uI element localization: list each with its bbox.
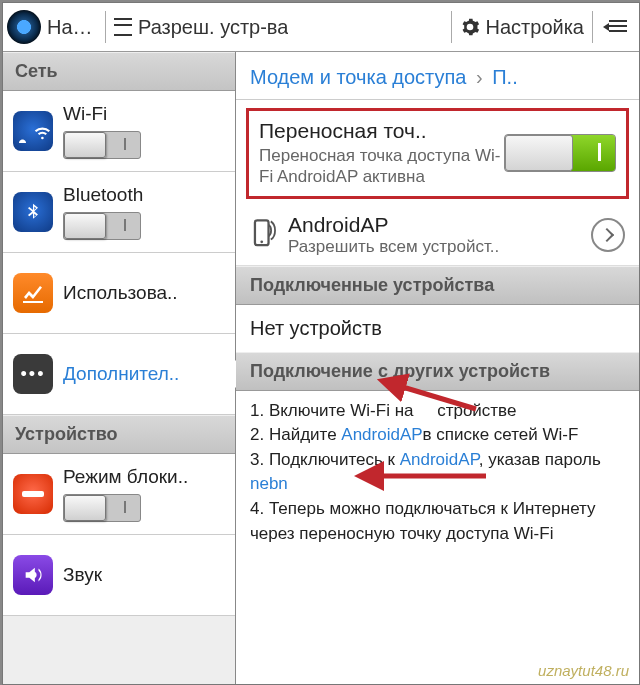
topbar-label-2: Разреш. устр-ва: [138, 16, 288, 39]
main-panel: Модем и точка доступа › П.. Переносная т…: [236, 52, 639, 685]
header-other: Подключение с других устройств: [236, 352, 639, 391]
step-1a: 1. Включите Wi-Fi на: [250, 401, 414, 420]
section-device: Устройство: [3, 415, 235, 454]
app-frame: Наст.. Разреш. устр-ва Настройка Сеть: [2, 2, 640, 685]
chevron-right-circle-icon[interactable]: [591, 218, 625, 252]
wifi-toggle[interactable]: [63, 131, 141, 159]
hamburger-icon: [114, 18, 132, 36]
ap-sub: Разрешить всем устройст..: [288, 237, 591, 257]
step-1b: стройстве: [437, 401, 516, 420]
separator: [592, 11, 593, 43]
crumb-b: П..: [492, 66, 518, 88]
topbar-label-1: Наст..: [47, 16, 97, 39]
wifi-icon: [13, 111, 53, 151]
sound-label: Звук: [63, 564, 225, 586]
crumb-a: Модем и точка доступа: [250, 66, 466, 88]
settings-gear-icon: [7, 10, 41, 44]
no-devices-text: Нет устройств: [236, 305, 639, 352]
separator: [451, 11, 452, 43]
gear-icon: [460, 17, 480, 37]
step-3a: 3. Подключитесь к: [250, 450, 400, 469]
sidebar-item-more[interactable]: Дополнител..: [3, 334, 235, 415]
sidebar: Сеть Wi-Fi Bluetooth: [3, 52, 236, 685]
usage-label: Использова..: [63, 282, 225, 304]
bluetooth-icon: [13, 192, 53, 232]
wifi-label: Wi-Fi: [63, 103, 225, 125]
chevron-right-icon: ›: [476, 66, 483, 88]
lock-label: Режим блоки..: [63, 466, 225, 488]
topbar-config[interactable]: Настройка: [460, 16, 584, 39]
hotspot-toggle[interactable]: [504, 134, 616, 172]
usage-icon: [13, 273, 53, 313]
instructions: 1. Включите Wi-Fi на стройстве 2. Найдит…: [236, 391, 639, 561]
watermark: uznaytut48.ru: [538, 662, 629, 679]
hotspot-title: Переносная точ..: [259, 119, 504, 143]
step-2b: в списке сетей Wi-F: [423, 425, 579, 444]
sidebar-item-lock[interactable]: Режим блоки..: [3, 454, 235, 535]
step-3-pw: nebn: [250, 474, 288, 493]
sound-icon: [13, 555, 53, 595]
step-3b: , указав пароль: [479, 450, 601, 469]
ap-title: AndroidAP: [288, 213, 591, 237]
hotspot-sub: Переносная точка доступа Wi-Fi AndroidAP…: [259, 145, 504, 188]
step-2a: 2. Найдите: [250, 425, 341, 444]
breadcrumb[interactable]: Модем и точка доступа › П..: [236, 52, 639, 100]
more-label: Дополнител..: [63, 363, 225, 385]
section-network: Сеть: [3, 52, 235, 91]
block-icon: [13, 474, 53, 514]
bluetooth-toggle[interactable]: [63, 212, 141, 240]
body: Сеть Wi-Fi Bluetooth: [3, 52, 639, 685]
step-2-link: AndroidAP: [341, 425, 422, 444]
svg-point-1: [260, 240, 263, 243]
separator: [105, 11, 106, 43]
lock-toggle[interactable]: [63, 494, 141, 522]
menu-icon: [609, 20, 627, 34]
topbar-settings[interactable]: Наст..: [7, 10, 97, 44]
more-icon: [13, 354, 53, 394]
bluetooth-label: Bluetooth: [63, 184, 225, 206]
topbar-permissions[interactable]: Разреш. устр-ва: [114, 16, 443, 39]
ap-row[interactable]: AndroidAP Разрешить всем устройст..: [236, 205, 639, 266]
phone-signal-icon: [250, 218, 278, 252]
top-bar: Наст.. Разреш. устр-ва Настройка: [3, 3, 639, 52]
step-4: 4. Теперь можно подключаться к Интернету…: [250, 499, 596, 543]
sidebar-item-wifi[interactable]: Wi-Fi: [3, 91, 235, 172]
sidebar-item-bluetooth[interactable]: Bluetooth: [3, 172, 235, 253]
hotspot-row-highlight[interactable]: Переносная точ.. Переносная точка доступ…: [246, 108, 629, 199]
header-connected: Подключенные устройства: [236, 266, 639, 305]
step-3-link: AndroidAP: [400, 450, 479, 469]
topbar-label-3: Настройка: [486, 16, 584, 39]
sidebar-item-usage[interactable]: Использова..: [3, 253, 235, 334]
topbar-menu[interactable]: [601, 20, 635, 34]
sidebar-item-sound[interactable]: Звук: [3, 535, 235, 616]
